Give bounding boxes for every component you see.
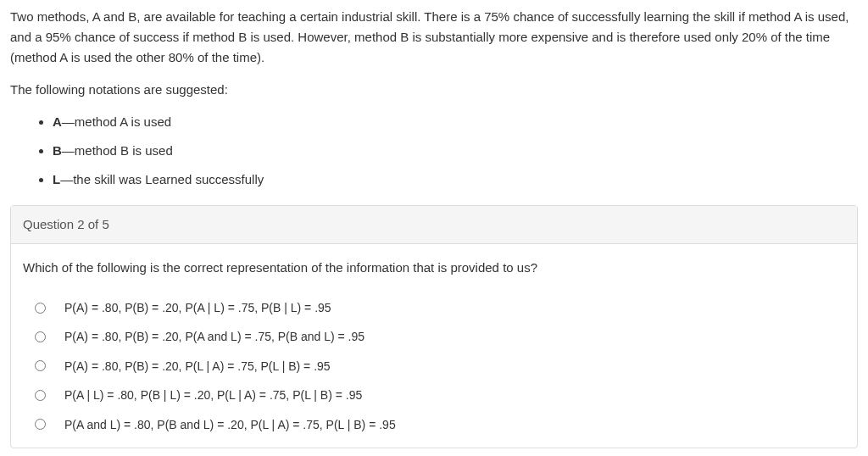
notation-item: L—the skill was Learned successfully	[53, 170, 858, 190]
notation-label: A	[53, 114, 62, 129]
notation-label: B	[53, 143, 62, 158]
option-text: P(A) = .80, P(B) = .20, P(L | A) = .75, …	[64, 357, 331, 375]
notation-item: B—method B is used	[53, 141, 858, 161]
notation-label: L	[53, 172, 60, 186]
notation-item: A—method A is used	[53, 112, 858, 132]
notation-intro: The following notations are suggested:	[10, 80, 858, 100]
question-body: Which of the following is the correct re…	[11, 244, 857, 448]
notation-desc: —method A is used	[62, 114, 171, 129]
question-box: Question 2 of 5 Which of the following i…	[10, 205, 858, 448]
option-row[interactable]: P(A) = .80, P(B) = .20, P(A and L) = .75…	[23, 322, 845, 351]
option-text: P(A) = .80, P(B) = .20, P(A and L) = .75…	[64, 327, 364, 346]
option-text: P(A | L) = .80, P(B | L) = .20, P(L | A)…	[64, 386, 362, 404]
option-radio[interactable]	[35, 390, 46, 401]
notation-desc: —the skill was Learned successfully	[60, 172, 264, 186]
option-radio[interactable]	[35, 331, 46, 342]
option-row[interactable]: P(A) = .80, P(B) = .20, P(L | A) = .75, …	[23, 352, 845, 381]
question-prompt: Which of the following is the correct re…	[23, 258, 845, 278]
option-text: P(A and L) = .80, P(B and L) = .20, P(L …	[64, 415, 396, 434]
notation-list: A—method A is used B—method B is used L—…	[10, 112, 858, 190]
notation-desc: —method B is used	[62, 143, 173, 158]
option-row[interactable]: P(A) = .80, P(B) = .20, P(A | L) = .75, …	[23, 293, 845, 322]
options-container: P(A) = .80, P(B) = .20, P(A | L) = .75, …	[23, 293, 845, 439]
option-row[interactable]: P(A and L) = .80, P(B and L) = .20, P(L …	[23, 410, 845, 439]
question-header: Question 2 of 5	[11, 206, 857, 244]
option-radio[interactable]	[35, 360, 46, 371]
option-radio[interactable]	[35, 303, 46, 314]
option-row[interactable]: P(A | L) = .80, P(B | L) = .20, P(L | A)…	[23, 381, 845, 409]
option-radio[interactable]	[35, 419, 46, 430]
option-text: P(A) = .80, P(B) = .20, P(A | L) = .75, …	[64, 298, 331, 317]
problem-intro: Two methods, A and B, are available for …	[10, 7, 858, 68]
